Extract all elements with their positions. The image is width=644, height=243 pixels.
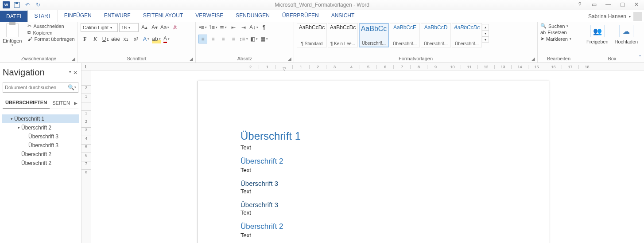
body-paragraph[interactable]: Text bbox=[241, 167, 506, 173]
style-item[interactable]: AaBbCcDcÜberschrif... bbox=[452, 23, 482, 47]
styles-up-icon[interactable]: ▴ bbox=[482, 24, 489, 30]
style-item[interactable]: AaBbCcEÜberschrif... bbox=[390, 23, 420, 47]
copy-button[interactable]: ⧉Kopieren bbox=[27, 30, 74, 35]
save-icon[interactable] bbox=[13, 1, 20, 8]
line-spacing-icon[interactable]: ↕≡ bbox=[239, 35, 248, 43]
bullets-icon[interactable]: •≡ bbox=[198, 23, 207, 32]
tree-item[interactable]: Überschrift 2 bbox=[2, 159, 79, 168]
tab-ansicht[interactable]: ANSICHT bbox=[325, 10, 361, 22]
heading-h2[interactable]: Überschrift 2 bbox=[241, 222, 506, 231]
find-button[interactable]: 🔍Suchen▾ bbox=[540, 23, 571, 29]
tab-sendungen[interactable]: SENDUNGEN bbox=[229, 10, 276, 22]
redo-icon[interactable]: ↻ bbox=[35, 1, 42, 8]
tab-verweise[interactable]: VERWEISE bbox=[189, 10, 229, 22]
heading-h3[interactable]: Überschrift 3 bbox=[241, 201, 506, 208]
minimize-icon[interactable]: — bbox=[602, 0, 614, 9]
heading-h2[interactable]: Überschrift 2 bbox=[241, 157, 506, 166]
heading-h3[interactable]: Überschrift 3 bbox=[241, 180, 506, 187]
nav-tab-headings[interactable]: ÜBERSCHRIFTEN bbox=[3, 97, 50, 109]
italic-icon[interactable]: K bbox=[91, 35, 100, 43]
styles-more-icon[interactable]: ▾ bbox=[482, 36, 489, 43]
cut-button[interactable]: ✂Ausschneiden bbox=[27, 23, 74, 29]
change-case-icon[interactable]: Aa bbox=[160, 23, 169, 32]
tree-item[interactable]: Überschrift 2 bbox=[2, 150, 79, 159]
replace-button[interactable]: abErsetzen bbox=[540, 30, 571, 35]
format-painter-button[interactable]: 🖌Format übertragen bbox=[27, 36, 74, 42]
help-icon[interactable]: ? bbox=[574, 0, 586, 9]
sort-icon[interactable]: A↓ bbox=[249, 23, 258, 32]
upload-button[interactable]: ☁ Hochladen bbox=[615, 25, 638, 44]
tab-entwurf[interactable]: ENTWURF bbox=[98, 10, 137, 22]
body-paragraph[interactable]: Text bbox=[241, 209, 506, 216]
style-item[interactable]: AaBbCcÜberschrif... bbox=[359, 23, 389, 47]
tree-item[interactable]: ▾Überschrift 2 bbox=[2, 123, 79, 132]
search-icon[interactable]: 🔍 bbox=[68, 84, 74, 90]
share-button[interactable]: 👥 Freigeben bbox=[586, 25, 609, 44]
text-effects-icon[interactable]: A bbox=[142, 35, 151, 43]
superscript-icon[interactable]: x² bbox=[132, 35, 140, 43]
styles-down-icon[interactable]: ▾ bbox=[482, 30, 489, 36]
body-paragraph[interactable]: Text bbox=[241, 188, 506, 195]
bold-icon[interactable]: F bbox=[81, 35, 89, 43]
ribbon-display-icon[interactable]: ▭ bbox=[588, 0, 600, 9]
underline-icon[interactable]: U bbox=[101, 35, 110, 43]
shading-icon[interactable]: ◧ bbox=[249, 35, 258, 43]
subscript-icon[interactable]: x₂ bbox=[121, 35, 130, 43]
strikethrough-icon[interactable]: abc bbox=[111, 35, 120, 43]
select-button[interactable]: ➤Markieren▾ bbox=[540, 36, 571, 42]
tree-item[interactable]: Überschrift 3 bbox=[2, 132, 79, 141]
tree-item[interactable]: Überschrift 3 bbox=[2, 141, 79, 150]
align-left-icon[interactable]: ≡ bbox=[198, 35, 207, 43]
collapse-ribbon-icon[interactable]: ˄ bbox=[639, 55, 641, 61]
numbering-icon[interactable]: 1≡ bbox=[209, 23, 217, 32]
tab-seitenlayout[interactable]: SEITENLAYOUT bbox=[137, 10, 189, 22]
decrease-indent-icon[interactable]: ⇤ bbox=[229, 23, 238, 32]
twisty-icon[interactable]: ▾ bbox=[9, 117, 14, 121]
document-page[interactable]: Überschrift 1TextÜberschrift 2TextÜbersc… bbox=[198, 81, 549, 243]
shrink-font-icon[interactable]: A▾ bbox=[150, 23, 159, 32]
increase-indent-icon[interactable]: ⇥ bbox=[239, 23, 248, 32]
dialog-launcher-icon[interactable]: ◢ bbox=[71, 56, 76, 61]
nav-options-icon[interactable]: ▾ bbox=[69, 70, 71, 76]
align-right-icon[interactable]: ≡ bbox=[219, 35, 228, 43]
nav-close-icon[interactable]: ✕ bbox=[73, 70, 78, 76]
twisty-icon[interactable]: ▾ bbox=[16, 125, 21, 130]
font-size-combo[interactable]: 16▾ bbox=[119, 23, 139, 32]
clear-formatting-icon[interactable]: A̷ bbox=[171, 23, 179, 32]
heading-h1[interactable]: Überschrift 1 bbox=[241, 130, 506, 142]
align-center-icon[interactable]: ≡ bbox=[209, 35, 217, 43]
style-item[interactable]: AaBbCcDÜberschrif... bbox=[421, 23, 451, 47]
multilevel-list-icon[interactable]: ≣ bbox=[219, 23, 228, 32]
style-item[interactable]: AaBbCcDc¶ Standard bbox=[297, 23, 327, 47]
nav-tabs-more-icon[interactable]: ▶ bbox=[73, 101, 78, 106]
indent-marker-icon[interactable]: ▽ bbox=[283, 67, 286, 71]
tab-file[interactable]: DATEI bbox=[0, 11, 27, 22]
body-paragraph[interactable]: Text bbox=[241, 232, 506, 239]
grow-font-icon[interactable]: A▴ bbox=[140, 23, 149, 32]
tab-überprüfen[interactable]: ÜBERPRÜFEN bbox=[276, 10, 325, 22]
font-color-icon[interactable]: A bbox=[162, 35, 171, 43]
user-account[interactable]: Sabrina Hansen ▾ bbox=[588, 12, 642, 21]
tree-item[interactable]: ▾Überschrift 1 bbox=[2, 114, 79, 123]
search-input[interactable] bbox=[5, 85, 68, 90]
maximize-icon[interactable]: ▢ bbox=[616, 0, 628, 9]
font-family-combo[interactable]: Calibri Light▾ bbox=[81, 23, 118, 32]
tab-start[interactable]: START bbox=[27, 10, 58, 22]
body-paragraph[interactable]: Text bbox=[241, 144, 506, 151]
show-marks-icon[interactable]: ¶ bbox=[260, 23, 268, 32]
tab-einfügen[interactable]: EINFÜGEN bbox=[58, 10, 98, 22]
undo-icon[interactable]: ↶ bbox=[24, 1, 31, 8]
paste-button[interactable]: Einfügen ▾ bbox=[3, 23, 26, 55]
close-icon[interactable]: ✕ bbox=[630, 0, 643, 9]
style-item[interactable]: AaBbCcDc¶ Kein Lee... bbox=[328, 23, 358, 47]
dialog-launcher-icon[interactable]: ◢ bbox=[287, 56, 292, 61]
highlight-icon[interactable]: ab bbox=[152, 35, 161, 43]
tab-selector-icon[interactable]: L bbox=[81, 63, 91, 71]
borders-icon[interactable]: ▦ bbox=[260, 35, 268, 43]
justify-icon[interactable]: ≡ bbox=[229, 35, 238, 43]
dialog-launcher-icon[interactable]: ◢ bbox=[189, 56, 194, 61]
nav-tab-pages[interactable]: SEITEN bbox=[50, 98, 73, 108]
horizontal-ruler[interactable]: 21123456789101112131415161718 ▽ bbox=[91, 63, 644, 71]
nav-search-box[interactable]: 🔍▾ bbox=[3, 82, 78, 93]
dialog-launcher-icon[interactable]: ◢ bbox=[531, 56, 536, 61]
